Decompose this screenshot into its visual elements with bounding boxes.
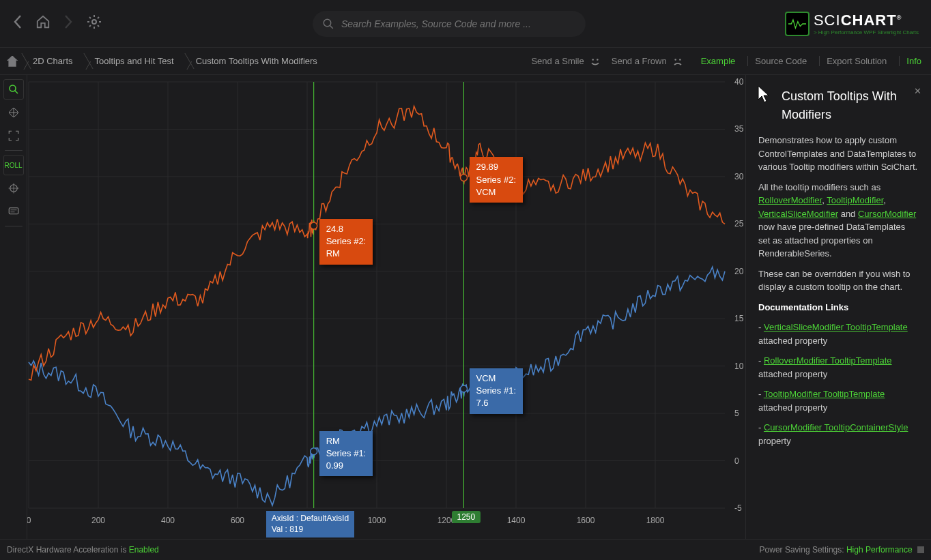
chart-tools: ROLL [0, 75, 27, 539]
svg-text:5: 5 [734, 409, 739, 418]
svg-text:1800: 1800 [646, 516, 665, 525]
tab-example[interactable]: Example [694, 56, 739, 66]
frown-icon [671, 55, 685, 68]
home-icon[interactable] [35, 14, 51, 33]
svg-point-57 [311, 448, 317, 455]
breadcrumb: 2D Charts Tooltips and Hit Test Custom T… [7, 53, 327, 69]
svg-line-2 [330, 25, 333, 29]
tooltip-series2-vcm: 29.89Series #2:VCM [470, 157, 524, 203]
crosshair-tool-icon[interactable] [3, 178, 24, 198]
svg-point-6 [679, 59, 681, 61]
link-vertical-slice-modifier[interactable]: VerticalSliceModifier [758, 209, 838, 219]
sub-toolbar: 2D Charts Tooltips and Hit Test Custom T… [0, 48, 931, 75]
svg-text:30: 30 [734, 172, 744, 181]
tooltip-series1-vcm: VCMSeries #1:7.6 [470, 368, 524, 414]
tab-export-solution[interactable]: Export Solution [819, 56, 889, 66]
info-title: Custom Tooltips With Modifiers [758, 87, 919, 124]
svg-text:20: 20 [734, 267, 744, 276]
search-icon [322, 18, 334, 30]
svg-line-8 [14, 91, 18, 94]
back-icon[interactable] [12, 14, 23, 33]
forward-icon[interactable] [63, 14, 74, 33]
svg-text:0: 0 [734, 456, 739, 466]
breadcrumb-item[interactable]: Tooltips and Hit Test [83, 53, 184, 69]
x-axis-tooltip: AxisId : DefaultAxisIdVal : 819 [266, 511, 354, 537]
zoom-tool-icon[interactable] [3, 79, 24, 100]
info-panel: ✕ Custom Tooltips With Modifiers Demonst… [745, 75, 931, 539]
svg-text:40: 40 [734, 77, 744, 87]
link-tooltip-modifier[interactable]: TooltipModifier [827, 195, 883, 205]
svg-text:35: 35 [734, 124, 744, 134]
svg-point-0 [92, 20, 96, 24]
send-smile-button[interactable]: Send a Smile [531, 55, 601, 68]
extents-tool-icon[interactable] [3, 126, 24, 146]
doc-link-item: - CursorModifier TooltipContainerStyle p… [758, 421, 919, 447]
logo-icon [785, 12, 810, 36]
top-toolbar: SCICHART® > High Performance WPF Silverl… [0, 0, 931, 48]
tooltip-tool-icon[interactable] [3, 201, 24, 222]
svg-text:1000: 1000 [368, 516, 386, 525]
svg-text:25: 25 [734, 219, 744, 229]
tooltip-series2-rm: 24.8Series #2:RM [319, 219, 373, 265]
svg-text:400: 400 [161, 516, 175, 525]
svg-text:10: 10 [734, 362, 744, 371]
svg-point-60 [461, 174, 468, 181]
tooltip-series1-rm: RMSeries #1:0.99 [319, 431, 373, 477]
svg-point-1 [324, 19, 331, 27]
tab-info[interactable]: Info [899, 56, 924, 66]
x-axis-badge: 1250 [452, 511, 481, 523]
svg-text:600: 600 [231, 516, 244, 525]
chart-surface[interactable]: -505101520253035400200400600800100012001… [27, 75, 745, 539]
logo: SCICHART® > High Performance WPF Silverl… [785, 12, 919, 36]
info-text: Demonstrates how to apply custom Control… [758, 134, 919, 174]
svg-point-4 [597, 59, 599, 61]
link-cursor-modifier[interactable]: CursorModifier [858, 209, 916, 219]
main-area: ROLL -5051015202530354002004006008001000… [0, 75, 931, 539]
info-text: All the tooltip modifiers such as Rollov… [758, 181, 919, 261]
info-text: These can be overridden if you wish to d… [758, 267, 919, 294]
gear-icon[interactable] [86, 14, 102, 34]
svg-text:200: 200 [91, 516, 105, 525]
cursor-icon [756, 85, 772, 108]
svg-text:15: 15 [734, 314, 744, 323]
breadcrumb-item[interactable]: Custom Tooltips With Modifiers [184, 53, 327, 69]
separator [5, 150, 23, 151]
svg-text:1400: 1400 [507, 516, 526, 525]
send-frown-button[interactable]: Send a Frown [612, 55, 685, 68]
svg-point-3 [592, 59, 594, 61]
status-hardware-accel: DirectX Hardware Acceleration is Enabled [7, 545, 159, 555]
svg-point-59 [311, 222, 317, 229]
tab-source-code[interactable]: Source Code [747, 56, 810, 66]
pan-tool-icon[interactable] [3, 102, 24, 123]
status-bar: DirectX Hardware Acceleration is Enabled… [0, 539, 931, 559]
search-box[interactable] [313, 11, 586, 37]
doc-link-item: - TooltipModifier TooltipTemplate attach… [758, 387, 919, 414]
svg-text:0: 0 [27, 516, 31, 525]
status-power-saving: Power Saving Settings: High Performance [760, 545, 924, 555]
doc-links-heading: Documentation Links [758, 302, 848, 312]
breadcrumb-item[interactable]: 2D Charts [20, 53, 83, 69]
smile-icon [588, 55, 602, 68]
search-input[interactable] [341, 18, 576, 29]
svg-text:-5: -5 [734, 503, 742, 513]
svg-rect-12 [9, 208, 18, 214]
rollover-tool[interactable]: ROLL [3, 155, 24, 175]
separator [5, 226, 23, 226]
svg-point-58 [461, 385, 468, 392]
doc-link-item: - RolloverModifier TooltipTemplate attac… [758, 354, 919, 381]
svg-point-5 [674, 59, 676, 61]
chart-svg: -505101520253035400200400600800100012001… [27, 75, 745, 539]
doc-link-item: - VerticalSliceModifier TooltipTemplate … [758, 321, 919, 347]
link-rollover-modifier[interactable]: RolloverModifier [758, 195, 822, 205]
close-icon[interactable]: ✕ [914, 85, 921, 98]
svg-text:1600: 1600 [577, 516, 595, 525]
